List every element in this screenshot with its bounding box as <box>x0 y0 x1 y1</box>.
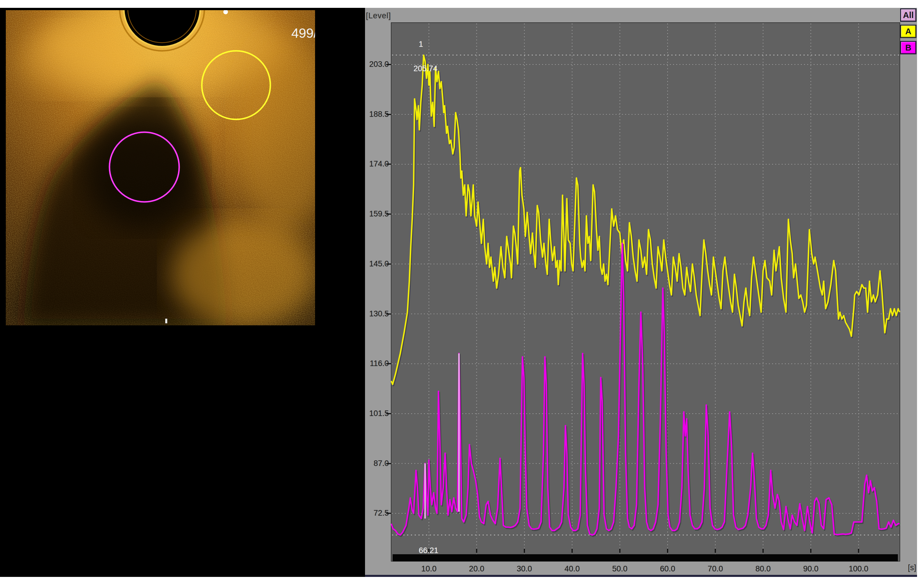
x-tick-mark <box>810 549 811 553</box>
y-tick-mark <box>386 114 391 115</box>
y-tick-label: 203.0 <box>365 60 389 69</box>
y-tick-label: 116.0 <box>365 359 389 368</box>
y-tick-mark <box>386 263 391 264</box>
y-tick-label: 159.5 <box>365 210 389 218</box>
y-tick-mark <box>386 213 391 215</box>
y-tick-label: 130.5 <box>365 309 389 319</box>
x-tick-mark <box>619 549 620 553</box>
chart-plot-area[interactable]: 1 205.74 66.21 <box>391 22 900 562</box>
y-tick-mark <box>386 314 391 315</box>
y-tick-label: 72.5 <box>365 509 389 518</box>
legend-button-all[interactable]: All <box>900 8 916 22</box>
y-tick-label: 87.0 <box>365 459 389 468</box>
y-tick-mark <box>386 413 391 414</box>
x-tick-mark <box>571 549 573 553</box>
y-tick-mark <box>386 64 391 65</box>
x-tick-mark <box>714 549 716 553</box>
x-tick-mark <box>858 549 859 553</box>
x-tick-label: 30.0 <box>510 565 538 573</box>
y-tick-mark <box>386 463 391 464</box>
x-tick-label: 90.0 <box>797 565 825 573</box>
legend-button-b[interactable]: B <box>900 41 916 55</box>
y-tick-mark <box>386 513 391 514</box>
eus-frame: 499/1353 13Hz <box>6 10 315 325</box>
min-value-label: 66.21 <box>419 546 439 555</box>
y-tick-label: 188.5 <box>365 110 389 119</box>
legend-button-a[interactable]: A <box>900 25 916 38</box>
x-tick-mark <box>667 549 668 553</box>
x-tick-label: 100.0 <box>845 565 873 573</box>
x-tick-mark <box>476 549 477 553</box>
y-tick-mark <box>386 363 391 364</box>
timeline-scrollbar[interactable] <box>393 554 898 562</box>
x-tick-label: 20.0 <box>463 565 490 573</box>
x-tick-mark <box>762 549 764 553</box>
x-axis-unit: [s] <box>899 563 916 572</box>
x-tick-label: 60.0 <box>653 565 681 573</box>
frame-counter: 499/1353 <box>291 26 315 41</box>
y-tick-label: 145.0 <box>365 259 389 268</box>
x-tick-label: 50.0 <box>606 565 634 573</box>
lesion-core <box>84 118 200 228</box>
legend: All A B <box>900 8 917 57</box>
max-value-label: 205.74 <box>414 64 437 73</box>
ultrasound-image: 499/1353 13Hz <box>6 10 315 325</box>
y-tick-label: 174.0 <box>365 160 389 168</box>
bottom-marker-tick <box>165 319 167 323</box>
y-tick-mark <box>386 164 391 165</box>
x-tick-label: 40.0 <box>558 565 586 573</box>
y-tick-label: 101.5 <box>365 409 389 418</box>
chart-canvas[interactable] <box>391 22 900 562</box>
trace-number-label: 1 <box>419 40 423 49</box>
tic-chart-panel: [Level] All A B 1 205.74 66.21 [s] 203.0… <box>365 8 917 577</box>
x-tick-label: 10.0 <box>415 565 443 573</box>
x-tick-mark <box>524 549 525 553</box>
x-tick-label: 70.0 <box>701 565 729 573</box>
x-tick-label: 80.0 <box>749 565 777 573</box>
y-axis-title: [Level] <box>366 12 391 20</box>
echo-cluster-left <box>17 25 134 94</box>
